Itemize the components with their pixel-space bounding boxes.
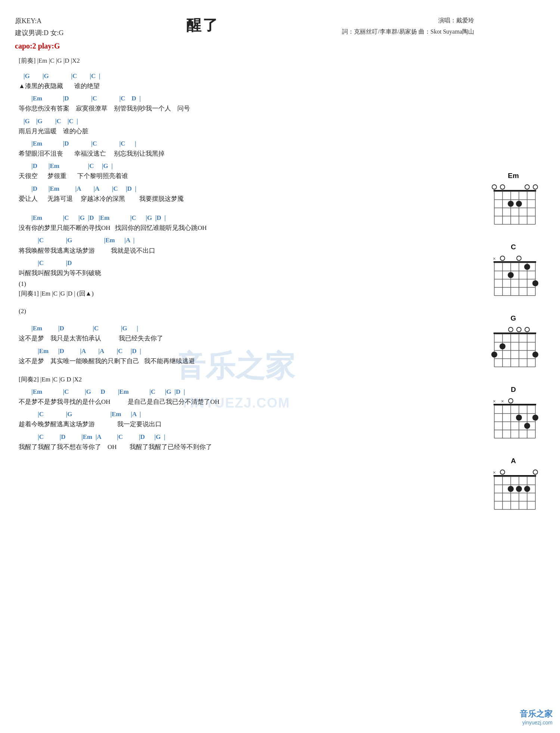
- chord-name: A: [511, 457, 516, 465]
- lyric-row: ▲漆黑的夜隐藏 谁的绝望: [15, 81, 474, 91]
- footer-logo: 音乐之家: [520, 708, 553, 720]
- song-content: 原KEY:A 建议男调:D 女:G capo:2 play:G 醒了 演唱：戴爱…: [0, 7, 485, 520]
- prelude-line: [前奏] |Em |C |G |D |X2: [15, 56, 474, 65]
- svg-point-70: [524, 423, 530, 429]
- svg-point-89: [533, 470, 538, 474]
- lyric-row: 我醒了我醒了我不想在等你了 OH 我醒了我醒了已经等不到你了: [15, 442, 474, 452]
- svg-point-48: [491, 352, 497, 358]
- lyric-row: 这不是梦 我只是太害怕承认 我已经失去你了: [15, 333, 474, 343]
- chord-svg: ×: [484, 252, 543, 299]
- lyric-row: 将我唤醒带我逃离这场梦游 我就是说不出口: [15, 246, 474, 256]
- svg-point-71: [532, 415, 538, 421]
- logo-footer: 音乐之家 yinyuezj.com: [520, 708, 553, 726]
- sections-container: |G |G |C |C |▲漆黑的夜隐藏 谁的绝望 |Em |D |C |C D…: [15, 71, 474, 452]
- svg-text:×: ×: [493, 256, 496, 262]
- svg-point-49: [500, 343, 505, 349]
- chord-row: |Em |D |A |A |C |D |: [15, 346, 474, 356]
- spacer: [15, 316, 474, 322]
- original-key: 原KEY:A: [15, 15, 64, 27]
- chord-row: |Em |C |G D |Em |C |G |D |: [15, 387, 474, 397]
- paren-line: (2): [15, 308, 474, 315]
- svg-point-69: [516, 415, 522, 421]
- svg-point-53: [532, 352, 538, 358]
- header-area: 原KEY:A 建议男调:D 女:G capo:2 play:G 醒了 演唱：戴爱…: [15, 15, 474, 53]
- spacer: [15, 368, 474, 374]
- lyric-row: 这不是梦 其实唯一能唤醒我的只剩下自己 我不能再继续逃避: [15, 356, 474, 366]
- svg-point-13: [500, 185, 505, 189]
- capo-line: capo:2 play:G: [15, 39, 64, 53]
- lyric-row: 天很空 梦很重 下个黎明照亮着谁: [15, 171, 474, 181]
- paren-line: (1): [15, 280, 474, 288]
- svg-point-86: [508, 486, 514, 492]
- svg-point-52: [525, 327, 529, 332]
- svg-point-50: [508, 327, 513, 332]
- svg-point-88: [524, 486, 530, 492]
- lyric-row: 趁着今晚梦醒逃离这场梦游 我一定要说出口: [15, 419, 474, 429]
- svg-point-15: [516, 201, 522, 207]
- song-meta: 演唱：戴爱玲 詞：克丽丝叮/李車群/易家扬 曲：Skot Suyama陶山: [342, 15, 474, 53]
- chord-diagram-em: Em: [484, 172, 543, 228]
- chord-block: |D |Em |C |G |天很空 梦很重 下个黎明照亮着谁: [15, 161, 474, 181]
- chord-block: |D |Em |A |A |C |D |爱让人 无路可退 穿越冰冷的深黑 我要摆…: [15, 184, 474, 204]
- lyric-row: 不是梦不是梦我寻找的是什么OH 是自己是自己我已分不清楚了OH: [15, 397, 474, 407]
- chord-svg: ×: [484, 466, 543, 513]
- chord-svg: [484, 324, 543, 371]
- chord-block: |C |G |Em |A |趁着今晚梦醒逃离这场梦游 我一定要说出口: [15, 409, 474, 429]
- footer-site: yinyuezj.com: [520, 720, 553, 726]
- suggested-key: 建议男调:D 女:G: [15, 27, 64, 39]
- svg-text:×: ×: [493, 399, 496, 404]
- chord-row: |C |D |Em |A |C |D |G |: [15, 432, 474, 442]
- chord-row: |C |G |Em |A |: [15, 409, 474, 419]
- lyric-row: 爱让人 无路可退 穿越冰冷的深黑 我要摆脱这梦魇: [15, 194, 474, 204]
- lyric-row: 没有你的梦里只能不断的寻找OH 找回你的回忆谁能听见我心跳OH: [15, 223, 474, 233]
- chord-row: |G |G |C |C |: [15, 71, 474, 81]
- chord-block: |C |G |Em |A |将我唤醒带我逃离这场梦游 我就是说不出口: [15, 235, 474, 255]
- svg-point-31: [500, 256, 505, 261]
- chord-svg: ××: [484, 395, 543, 442]
- singer-label: 演唱：戴爱玲: [342, 15, 474, 26]
- chord-block: |Em |D |C |C |希望眼泪不沮丧 幸福没逃亡 别忘我别让我黑掉: [15, 138, 474, 159]
- chord-row: |Em |D |C |G |: [15, 323, 474, 333]
- interlude-line: [间奏2] |Em |C |G D |X2: [15, 375, 474, 384]
- key-info: 原KEY:A 建议男调:D 女:G capo:2 play:G: [15, 15, 64, 53]
- chord-block: |Em |D |A |A |C |D |这不是梦 其实唯一能唤醒我的只剩下自己 …: [15, 346, 474, 366]
- chord-name: D: [511, 386, 516, 394]
- chord-block: |G |G |C |C |雨后月光温暖 谁的心脏: [15, 116, 474, 136]
- chord-diagram-g: G: [484, 314, 543, 371]
- chord-diagrams: EmC×GD××A×: [485, 7, 545, 520]
- chord-diagram-d: D××: [484, 386, 543, 442]
- chord-svg: [484, 181, 543, 228]
- svg-point-87: [516, 486, 522, 492]
- spacer: [15, 301, 474, 306]
- svg-point-85: [500, 470, 505, 474]
- chord-row: |C |D: [15, 258, 474, 268]
- lyric-row: 叫醒我叫醒我因为等不到破晓: [15, 268, 474, 278]
- svg-point-32: [508, 272, 514, 278]
- svg-point-17: [533, 185, 538, 189]
- chord-row: |Em |D |C |C D |: [15, 93, 474, 103]
- svg-text:×: ×: [493, 470, 496, 475]
- chord-block: |Em |D |C |G |这不是梦 我只是太害怕承认 我已经失去你了: [15, 323, 474, 343]
- svg-point-68: [508, 399, 513, 403]
- svg-point-14: [508, 201, 514, 207]
- song-title: 醒了: [64, 15, 342, 35]
- chord-row: |C |G |Em |A |: [15, 235, 474, 245]
- chord-name: G: [511, 314, 516, 322]
- interlude-line: [间奏1] |Em |C |G |D | (回▲): [15, 289, 474, 298]
- chord-block: |C |D叫醒我叫醒我因为等不到破晓: [15, 258, 474, 278]
- chord-block: |Em |D |C |C D |等你悲伤没有答案 寂寞很潦草 别管我别吵我一个人…: [15, 93, 474, 113]
- chord-row: |Em |D |C |C |: [15, 138, 474, 149]
- svg-point-51: [517, 327, 521, 332]
- svg-point-12: [492, 185, 497, 189]
- chord-row: |Em |C |G |D |Em |C |G |D |: [15, 213, 474, 223]
- chord-block: |Em |C |G |D |Em |C |G |D |没有你的梦里只能不断的寻找…: [15, 213, 474, 233]
- svg-point-33: [517, 256, 521, 261]
- svg-point-35: [532, 280, 538, 286]
- lyric-row: 希望眼泪不沮丧 幸福没逃亡 别忘我别让我黑掉: [15, 149, 474, 159]
- svg-text:×: ×: [501, 399, 504, 404]
- chord-diagram-a: A×: [484, 457, 543, 513]
- lyricist-label: 詞：克丽丝叮/李車群/易家扬 曲：Skot Suyama陶山: [342, 26, 474, 37]
- chord-diagram-c: C×: [484, 243, 543, 299]
- chord-name: Em: [508, 172, 519, 180]
- chord-row: |G |G |C |C |: [15, 116, 474, 126]
